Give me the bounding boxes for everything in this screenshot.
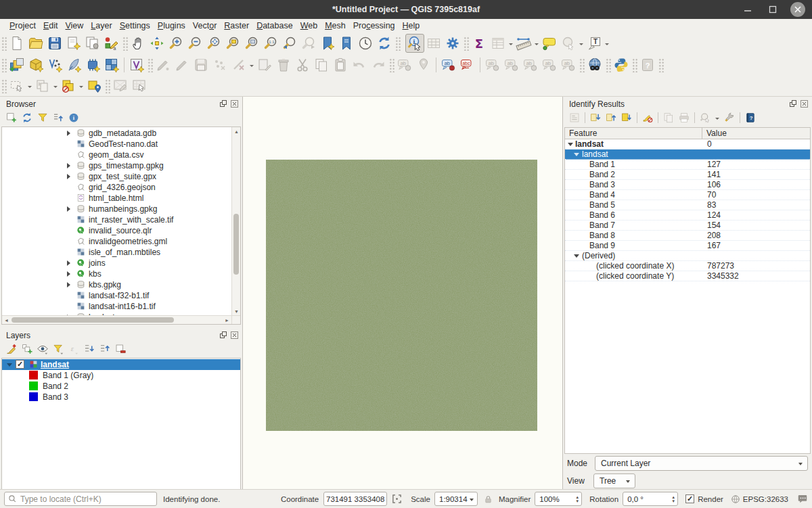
menu-layer[interactable]: Layer: [88, 20, 114, 32]
pan-to-selection-button[interactable]: [148, 34, 166, 53]
label-gray4-button[interactable]: ab: [540, 55, 559, 74]
browser-item[interactable]: invalidgeometries.gml: [2, 236, 231, 247]
layer-band-item[interactable]: Band 3: [2, 392, 240, 402]
identify-row[interactable]: Band 3106: [565, 180, 810, 190]
edit-pencil-button[interactable]: [173, 55, 191, 74]
i-copy-button[interactable]: [662, 111, 675, 124]
expander-icon[interactable]: [67, 174, 70, 179]
b-add-button[interactable]: [5, 111, 18, 124]
text-annotation-button[interactable]: T: [585, 34, 604, 53]
mode-combo[interactable]: Current Layer: [595, 456, 808, 471]
trash-button[interactable]: [274, 55, 293, 74]
identify-row[interactable]: Band 583: [565, 200, 810, 210]
i-expand-new-button[interactable]: [620, 111, 633, 124]
column-header-feature[interactable]: Feature: [565, 128, 702, 139]
close-button[interactable]: [790, 2, 805, 17]
browser-item[interactable]: gdb_metadata.gdb: [2, 128, 231, 139]
label-red-button[interactable]: abc: [458, 55, 477, 74]
browser-item[interactable]: isle_of_man.mbtiles: [2, 247, 231, 258]
dropdown-arrow-icon[interactable]: [508, 34, 514, 53]
magnifier-spinbox[interactable]: 100% ▲▼: [535, 492, 582, 506]
browser-vscroll-thumb[interactable]: [233, 214, 239, 275]
menu-database[interactable]: Database: [254, 20, 296, 32]
dropdown-arrow-icon[interactable]: [714, 111, 721, 124]
label-blue-button[interactable]: ab: [439, 55, 458, 74]
b-filter-button[interactable]: [36, 111, 49, 124]
b-collapse-button[interactable]: [51, 111, 65, 124]
map-edit-2-button[interactable]: [130, 76, 149, 95]
layer-band-item[interactable]: Band 1 (Gray): [2, 370, 240, 381]
l-remove-button[interactable]: [114, 342, 127, 356]
toolbar-handle[interactable]: [388, 57, 394, 72]
annotation-button[interactable]: [559, 34, 578, 53]
browser-float-icon[interactable]: [220, 100, 227, 108]
style-manager-button[interactable]: a: [102, 34, 121, 53]
l-filter-button[interactable]: [51, 342, 65, 356]
toolbar-handle[interactable]: [104, 78, 110, 93]
new-virtual-chip-button[interactable]: [83, 55, 102, 74]
new-gpx-button[interactable]: [64, 55, 83, 74]
measure-button[interactable]: [514, 34, 533, 53]
dropdown-arrow-icon[interactable]: [533, 34, 540, 53]
zoom-to-layer-button[interactable]: [242, 34, 261, 53]
minimize-button[interactable]: [740, 2, 755, 17]
label-gray5-button[interactable]: ab: [559, 55, 578, 74]
scale-combo[interactable]: 1:90314: [434, 492, 478, 506]
identify-row[interactable]: Band 2141: [565, 170, 810, 180]
layers-close-icon[interactable]: [231, 331, 238, 339]
toolbar-handle[interactable]: [1, 78, 7, 93]
expander-icon[interactable]: [67, 163, 70, 168]
l-group-button[interactable]: [20, 342, 34, 356]
identify-row[interactable]: Band 8208: [565, 231, 810, 241]
label-pin-gray-button[interactable]: [414, 55, 433, 74]
redo-button[interactable]: [369, 55, 388, 74]
expander-icon[interactable]: [67, 131, 70, 136]
identify-button[interactable]: i: [405, 34, 424, 53]
browser-item[interactable]: html_table.html: [2, 193, 231, 204]
delete-button[interactable]: [229, 55, 248, 74]
l-style-button[interactable]: [5, 342, 18, 356]
expander-icon[interactable]: [67, 260, 70, 266]
add-record-button[interactable]: [210, 55, 229, 74]
browser-item[interactable]: kbs.gpkg: [2, 279, 231, 290]
dropdown-arrow-icon[interactable]: [604, 34, 610, 53]
menu-settings[interactable]: Settings: [117, 20, 153, 32]
browser-item[interactable]: gps_timestamp.gpkg: [2, 160, 231, 171]
browser-item[interactable]: humanbeings.gpkg: [2, 204, 231, 214]
expander-icon[interactable]: [67, 271, 70, 277]
toolbar-handle[interactable]: [147, 57, 153, 72]
expander-icon[interactable]: [574, 153, 579, 156]
new-virtual-layer-button[interactable]: [127, 55, 146, 74]
undo-button[interactable]: [350, 55, 369, 74]
i-mode-button[interactable]: [698, 111, 712, 124]
modify-attrs-button[interactable]: [255, 55, 274, 74]
identify-close-icon[interactable]: [800, 100, 808, 108]
i-print-button[interactable]: [677, 111, 691, 124]
render-checkbox[interactable]: ✓ Render: [685, 494, 723, 503]
identify-float-icon[interactable]: [790, 100, 797, 108]
i-help-button[interactable]: ?: [744, 111, 757, 124]
i-clear-button[interactable]: [641, 111, 654, 124]
browser-item[interactable]: landsat-int16-b1.tif: [2, 301, 231, 312]
browser-item[interactable]: grid_4326.geojson: [2, 182, 231, 193]
rotation-spinbox[interactable]: 0,0 ° ▲▼: [623, 492, 678, 506]
scroll-left-icon[interactable]: ◄: [2, 316, 11, 324]
menu-processing[interactable]: Processing: [351, 20, 398, 32]
attributes-grid-button[interactable]: [424, 34, 443, 53]
browser-item[interactable]: landsat-f32-b1.tif: [2, 290, 231, 301]
refresh-button[interactable]: [375, 34, 394, 53]
menu-help[interactable]: Help: [400, 20, 423, 32]
map-edit-1-button[interactable]: [111, 76, 130, 95]
dropdown-arrow-icon[interactable]: [52, 76, 59, 95]
toolbar-handle[interactable]: [631, 57, 637, 72]
scroll-down-icon[interactable]: ▼: [232, 307, 241, 315]
identify-row[interactable]: Band 1127: [565, 160, 810, 170]
zoom-native-button[interactable]: 1:1: [261, 34, 280, 53]
toolbar-handle[interactable]: [1, 36, 7, 51]
deselect-button[interactable]: [33, 76, 52, 95]
new-geopackage-button[interactable]: [26, 55, 45, 74]
zoom-last-button[interactable]: [280, 34, 299, 53]
zoom-to-selection-button[interactable]: [223, 34, 242, 53]
data-source-manager-button[interactable]: [7, 55, 26, 74]
select-yellow-pin-button[interactable]: [85, 76, 104, 95]
